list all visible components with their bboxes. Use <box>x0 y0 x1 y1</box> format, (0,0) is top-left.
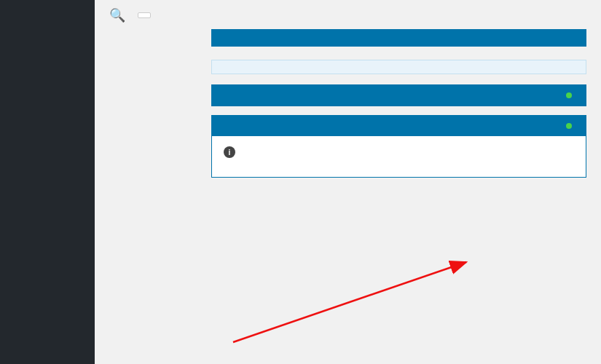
panel-taxonomy-terms: i <box>211 115 586 178</box>
page-header: 🔍 <box>95 0 601 29</box>
svg-line-1 <box>233 262 466 342</box>
search-icon: 🔍 <box>109 7 125 23</box>
settings-tabs <box>109 29 197 364</box>
configure-notice <box>211 60 586 74</box>
info-icon: i <box>224 146 235 158</box>
annotation-arrow-icon <box>211 233 488 349</box>
form-title <box>211 29 586 47</box>
status-dot-icon <box>566 92 572 98</box>
shortcode-hint <box>211 47 586 54</box>
panel-post-types <box>211 84 586 106</box>
panel-head-taxonomy[interactable] <box>212 116 586 136</box>
admin-sidebar <box>0 0 95 364</box>
page-title: 🔍 <box>109 7 130 23</box>
panel-head-post-types[interactable] <box>212 85 586 106</box>
status-dot-icon <box>566 123 572 129</box>
add-new-button[interactable] <box>138 12 151 18</box>
settings-content: i <box>211 29 586 364</box>
